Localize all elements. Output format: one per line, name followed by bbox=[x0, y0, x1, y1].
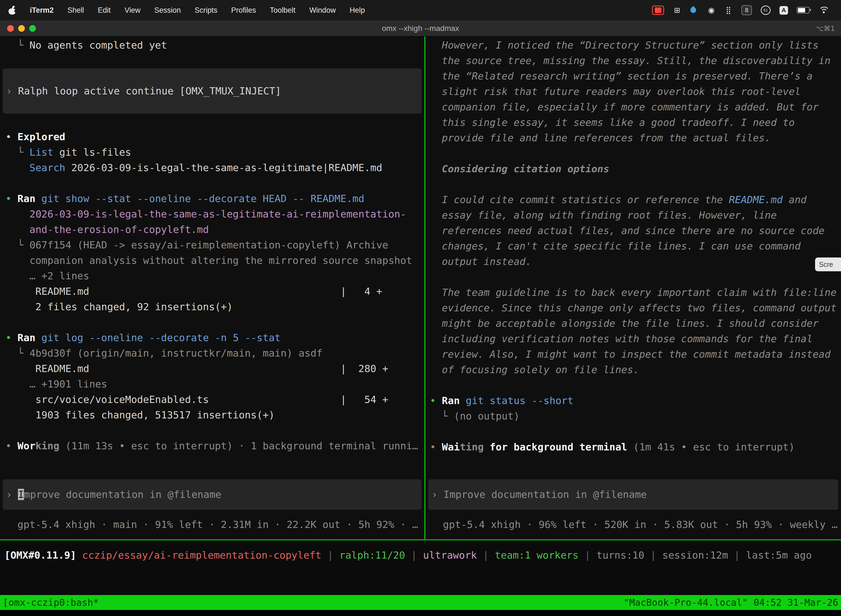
terminal-line: changes, I can't cite specific file line… bbox=[425, 238, 841, 254]
menu-bar-status-icons: ⊞◉⣿861A bbox=[652, 5, 833, 15]
minimize-button[interactable] bbox=[18, 25, 25, 32]
blank-line bbox=[0, 114, 424, 129]
inline-notice-box: › Ralph loop active continue [OMX_TMUX_I… bbox=[3, 69, 422, 114]
blank-line bbox=[425, 177, 841, 192]
menu-window[interactable]: Window bbox=[309, 6, 336, 15]
blank-line bbox=[425, 269, 841, 285]
wifi-icon[interactable] bbox=[818, 6, 829, 14]
terminal-line: references need actual files, and since … bbox=[425, 223, 841, 238]
blank-line bbox=[0, 176, 424, 191]
terminal-line: Considering citation options bbox=[425, 161, 841, 177]
terminal-line: • Ran git status --short bbox=[425, 393, 841, 408]
terminal-line: └ (no output) bbox=[425, 408, 841, 424]
blank-line bbox=[0, 423, 424, 438]
terminal-line: └ List git ls-files bbox=[0, 145, 424, 160]
right-pane-bottom: › Improve documentation in @filename gpt… bbox=[425, 480, 841, 532]
traffic-lights bbox=[0, 25, 36, 32]
gauge-61-icon[interactable]: 61 bbox=[761, 6, 771, 15]
terminal-line: └ 4b9d30f (origin/main, instructkr/main,… bbox=[0, 346, 424, 361]
macos-menu-bar: iTerm2ShellEditViewSessionScriptsProfile… bbox=[0, 0, 841, 21]
terminal-line: companion file, especially if more comme… bbox=[425, 99, 841, 115]
terminal-line: 1903 files changed, 513517 insertions(+) bbox=[0, 407, 424, 423]
terminal-line: the source tree, missing the essay. Stil… bbox=[425, 53, 841, 69]
screen-recording-icon[interactable] bbox=[652, 6, 664, 15]
terminal-line: • Working (11m 13s • esc to interrupt) ·… bbox=[0, 438, 424, 454]
terminal-line: 2026-03-09-is-legal-the-same-as-legitima… bbox=[0, 207, 424, 222]
menu-profiles[interactable]: Profiles bbox=[231, 6, 256, 15]
terminal-line: companion analysis without altering the … bbox=[0, 253, 424, 268]
record-circle-icon[interactable]: ◉ bbox=[707, 6, 715, 15]
menu-shell[interactable]: Shell bbox=[67, 6, 84, 15]
menu-toolbelt[interactable]: Toolbelt bbox=[270, 6, 296, 15]
terminal-line: • Waiting for background terminal (1m 41… bbox=[425, 439, 841, 455]
screen-share-tab[interactable]: Scre bbox=[815, 258, 841, 271]
keyboard-8-icon[interactable]: 8 bbox=[741, 5, 752, 15]
terminal-line: this single essay, it seems like a good … bbox=[425, 115, 841, 130]
terminal-line: essay file, along with finding root file… bbox=[425, 208, 841, 223]
terminal-line: I could cite commit statistics or refere… bbox=[425, 192, 841, 208]
terminal-line: README.md | 4 + bbox=[0, 284, 424, 299]
blank-line bbox=[0, 315, 424, 330]
bottom-gap bbox=[0, 610, 841, 616]
terminal-line: might be acceptable alongside the file l… bbox=[425, 316, 841, 331]
terminal-line: Search 2026-03-09-is-legal-the-same-as-l… bbox=[0, 160, 424, 176]
right-terminal-pane[interactable]: However, I noticed the “Directory Struct… bbox=[425, 37, 841, 539]
blank-line bbox=[425, 424, 841, 439]
app-menus: iTerm2ShellEditViewSessionScriptsProfile… bbox=[30, 6, 365, 15]
left-scrollback: └ No agents completed yet› Ralph loop ac… bbox=[0, 37, 424, 454]
prompt-input-left[interactable]: › Improve documentation in @filename bbox=[3, 480, 422, 510]
terminal-line: evidence. Since this change only affects… bbox=[425, 300, 841, 316]
battery-icon[interactable] bbox=[797, 7, 810, 13]
blank-line bbox=[425, 146, 841, 161]
terminal-line: the “Related research writing” section i… bbox=[425, 69, 841, 84]
apple-menu-icon[interactable] bbox=[8, 6, 16, 15]
terminal-line: └ No agents completed yet bbox=[0, 38, 424, 53]
left-pane-bottom: › Improve documentation in @filename gpt… bbox=[0, 480, 424, 532]
terminal-line: • Ran git show --stat --oneline --decora… bbox=[0, 191, 424, 207]
input-source-icon[interactable]: A bbox=[779, 6, 788, 15]
terminal-area: └ No agents completed yet› Ralph loop ac… bbox=[0, 37, 841, 539]
terminal-line: review. Also, I might want to inspect th… bbox=[425, 347, 841, 362]
status-line-right: gpt-5.4 xhigh · 96% left · 520K in · 5.8… bbox=[425, 517, 841, 532]
menu-help[interactable]: Help bbox=[350, 6, 365, 15]
droplet-icon[interactable] bbox=[690, 6, 698, 14]
terminal-line: 2 files changed, 92 insertions(+) bbox=[0, 299, 424, 315]
terminal-line: including verification notes with those … bbox=[425, 331, 841, 347]
blank-line bbox=[425, 378, 841, 393]
terminal-line: However, I noticed the “Directory Struct… bbox=[425, 38, 841, 53]
window-shortcut-badge: ⌥⌘1 bbox=[816, 25, 835, 32]
menu-session[interactable]: Session bbox=[154, 6, 181, 15]
terminal-line: provide file and line references from th… bbox=[425, 130, 841, 146]
menu-edit[interactable]: Edit bbox=[98, 6, 111, 15]
blank-line bbox=[0, 53, 424, 69]
terminal-line: output instead. bbox=[425, 254, 841, 269]
terminal-line: The team guideline is to back every impo… bbox=[425, 285, 841, 300]
terminal-line: and-the-erosion-of-copyleft.md bbox=[0, 222, 424, 238]
app-grid-icon[interactable]: ⊞ bbox=[673, 6, 681, 15]
tmux-session-window: [omx-cczip0:bash* bbox=[3, 597, 99, 608]
prompt-input-right[interactable]: › Improve documentation in @filename bbox=[428, 480, 838, 510]
dots-grid-icon[interactable]: ⣿ bbox=[724, 6, 733, 15]
window-title: omx --xhigh --madmax bbox=[0, 24, 841, 33]
window-title-bar[interactable]: omx --xhigh --madmax ⌥⌘1 bbox=[0, 21, 841, 37]
terminal-line: … +2 lines bbox=[0, 268, 424, 284]
close-button[interactable] bbox=[7, 25, 14, 32]
left-terminal-pane[interactable]: └ No agents completed yet› Ralph loop ac… bbox=[0, 37, 424, 539]
terminal-line: src/voice/voiceModeEnabled.ts | 54 + bbox=[0, 392, 424, 407]
terminal-line: └ 067f154 (HEAD -> essay/ai-reimplementa… bbox=[0, 238, 424, 253]
terminal-line: • Ran git log --oneline --decorate -n 5 … bbox=[0, 330, 424, 346]
terminal-line: README.md | 280 + bbox=[0, 361, 424, 377]
screen-share-tab-label: Scre bbox=[819, 261, 833, 268]
omx-status-line: [OMX#0.11.9] cczip/essay/ai-reimplementa… bbox=[0, 547, 841, 563]
terminal-line: of focusing solely on file lines. bbox=[425, 362, 841, 378]
zoom-button[interactable] bbox=[29, 25, 36, 32]
menu-bar-menus: iTerm2ShellEditViewSessionScriptsProfile… bbox=[8, 6, 365, 15]
tmux-host-clock: "MacBook-Pro-44.local" 04:52 31-Mar-26 bbox=[624, 597, 838, 608]
screen: iTerm2ShellEditViewSessionScriptsProfile… bbox=[0, 0, 841, 616]
menu-iterm2[interactable]: iTerm2 bbox=[30, 6, 54, 15]
terminal-line: slight risk that future readers may over… bbox=[425, 84, 841, 99]
menu-scripts[interactable]: Scripts bbox=[195, 6, 217, 15]
right-scrollback: However, I noticed the “Directory Struct… bbox=[425, 37, 841, 455]
terminal-line: … +1901 lines bbox=[0, 377, 424, 392]
menu-view[interactable]: View bbox=[125, 6, 141, 15]
